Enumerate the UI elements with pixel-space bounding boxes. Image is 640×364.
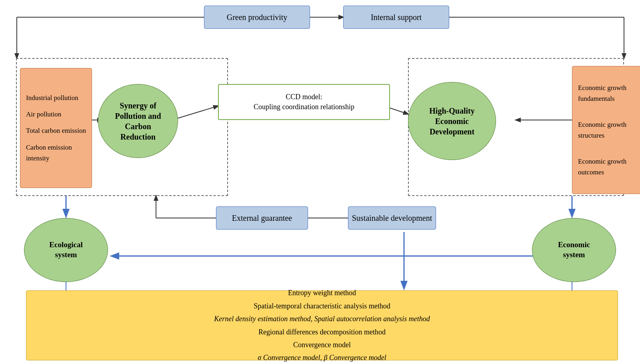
internal-support-box: Internal support [343,6,449,29]
left-orange-box: Industrial pollution Air pollution Total… [20,68,92,188]
high-quality-ellipse: High-QualityEconomicDevelopment [408,82,496,160]
method-line-1: Entropy weight method [288,286,356,299]
right-orange-box: Economic growth fundamentals Economic gr… [572,66,640,194]
method-line-3: Kernel density estimation method, Spatia… [214,312,430,325]
ecological-ellipse: Ecologicalsystem [24,218,108,282]
external-guarantee-box: External guarantee [216,206,308,230]
pollution-item-3: Total carbon emission [26,125,86,136]
ccd-box: CCD model:Coupling coordination relation… [218,84,390,120]
sustainable-dev-box: Sustainable development [348,206,436,230]
pollution-item-2: Air pollution [26,109,86,120]
economic-ellipse: Economicsystem [532,218,616,282]
econ-item-3: Economic growth outcomes [578,156,640,178]
diagram: Green productivity Internal support Indu… [0,0,640,364]
method-line-6: σ Convergence model, β Convergence model [258,351,386,364]
pollution-item-4: Carbon emission intensity [26,142,86,164]
pollution-item-1: Industrial pollution [26,92,86,103]
green-productivity-box: Green productivity [204,6,310,29]
econ-item-1: Economic growth fundamentals [578,82,640,104]
method-line-4: Regional differences decomposition metho… [258,326,386,338]
method-line-5: Convergence model [293,338,351,351]
methods-box: Entropy weight method Spatial-temporal c… [26,290,618,360]
econ-item-2: Economic growth structures [578,119,640,141]
method-line-2: Spatial-temporal characteristic analysis… [254,300,390,312]
synergy-ellipse: Synergy ofPollution andCarbonReduction [98,84,178,158]
